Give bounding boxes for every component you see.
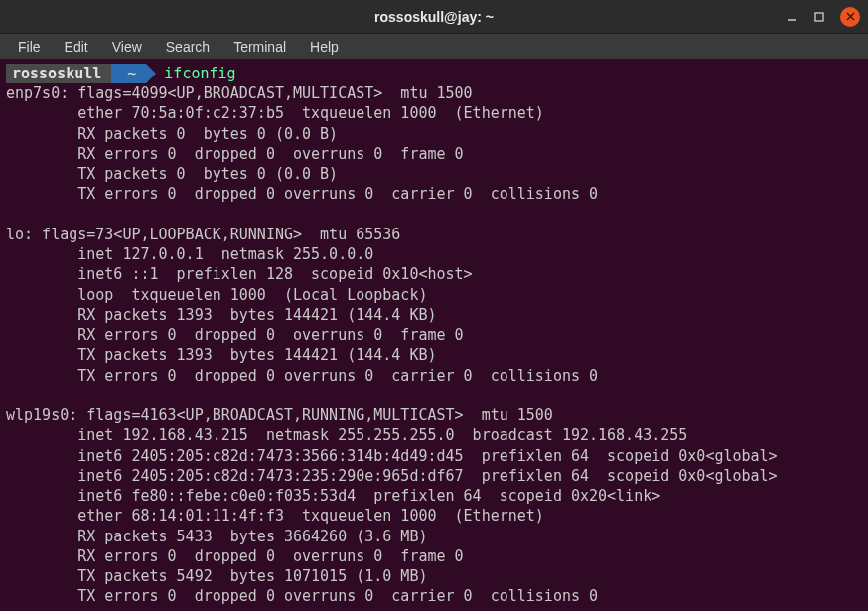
output-line: RX packets 1393 bytes 144421 (144.4 KB) — [6, 305, 862, 325]
minimize-icon[interactable] — [785, 10, 798, 24]
output-line — [6, 205, 862, 225]
command-text: ifconfig — [146, 64, 235, 83]
output-line: loop txqueuelen 1000 (Local Loopback) — [6, 285, 862, 305]
output-line: TX packets 5492 bytes 1071015 (1.0 MB) — [6, 566, 862, 586]
output-line — [6, 607, 862, 612]
output-line: inet 192.168.43.215 netmask 255.255.255.… — [6, 425, 862, 445]
output-line: inet6 2405:205:c82d:7473:235:290e:965d:d… — [6, 466, 862, 486]
output-line: RX errors 0 dropped 0 overruns 0 frame 0 — [6, 546, 862, 566]
output-line: RX errors 0 dropped 0 overruns 0 frame 0 — [6, 144, 862, 164]
menu-search[interactable]: Search — [156, 37, 219, 57]
output-line: lo: flags=73<UP,LOOPBACK,RUNNING> mtu 65… — [6, 225, 862, 244]
titlebar: rossoskull@jay: ~ — [0, 0, 868, 34]
menubar: File Edit View Search Terminal Help — [0, 34, 868, 60]
output-line: TX packets 1393 bytes 144421 (144.4 KB) — [6, 345, 862, 365]
output-line: RX errors 0 dropped 0 overruns 0 frame 0 — [6, 325, 862, 345]
output-line: ether 68:14:01:11:4f:f3 txqueuelen 1000 … — [6, 506, 862, 526]
prompt-dir: ~ — [111, 64, 146, 83]
output-line: enp7s0: flags=4099<UP,BROADCAST,MULTICAS… — [6, 83, 862, 103]
prompt-line: rossoskull ~ ifconfig — [6, 64, 862, 83]
menu-view[interactable]: View — [102, 37, 152, 57]
window-title: rossoskull@jay: ~ — [374, 9, 494, 25]
output-line: TX errors 0 dropped 0 overruns 0 carrier… — [6, 184, 862, 204]
close-icon[interactable] — [840, 7, 860, 27]
output-line: wlp19s0: flags=4163<UP,BROADCAST,RUNNING… — [6, 405, 862, 425]
output-line: inet6 2405:205:c82d:7473:3566:314b:4d49:… — [6, 446, 862, 466]
menu-file[interactable]: File — [8, 37, 51, 57]
menu-help[interactable]: Help — [300, 37, 349, 57]
output-line: RX packets 5433 bytes 3664260 (3.6 MB) — [6, 527, 862, 546]
output-line — [6, 385, 862, 405]
output-line: TX packets 0 bytes 0 (0.0 B) — [6, 164, 862, 184]
menu-edit[interactable]: Edit — [55, 37, 98, 57]
output-line: inet 127.0.0.1 netmask 255.0.0.0 — [6, 244, 862, 264]
menu-terminal[interactable]: Terminal — [223, 37, 296, 57]
output-line: RX packets 0 bytes 0 (0.0 B) — [6, 124, 862, 144]
output-line: inet6 fe80::febe:c0e0:f035:53d4 prefixle… — [6, 486, 862, 506]
window-controls — [785, 7, 860, 27]
svg-rect-1 — [815, 13, 823, 21]
prompt-user: rossoskull — [6, 64, 111, 83]
output-line: ether 70:5a:0f:c2:37:b5 txqueuelen 1000 … — [6, 103, 862, 123]
output-line: TX errors 0 dropped 0 overruns 0 carrier… — [6, 366, 862, 385]
output-line: inet6 ::1 prefixlen 128 scopeid 0x10<hos… — [6, 264, 862, 284]
output-line: TX errors 0 dropped 0 overruns 0 carrier… — [6, 586, 862, 606]
terminal-area[interactable]: rossoskull ~ ifconfig enp7s0: flags=4099… — [0, 60, 868, 611]
maximize-icon[interactable] — [812, 10, 826, 24]
